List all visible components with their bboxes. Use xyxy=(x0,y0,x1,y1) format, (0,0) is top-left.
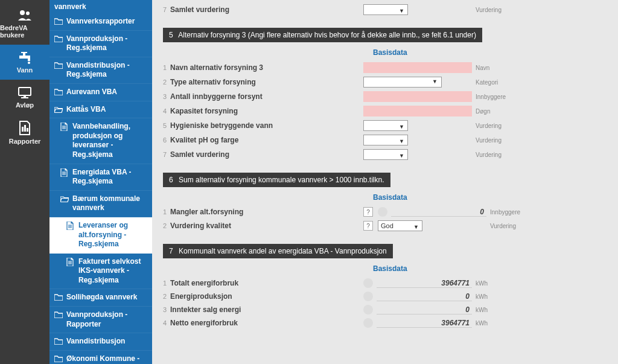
section-5-basis: Basisdata xyxy=(373,48,605,57)
vurdering-select[interactable] xyxy=(363,120,408,131)
sidebar-item-label: Vanndistribusjon - Reg.skjema xyxy=(66,61,147,80)
row-num: 3 xyxy=(163,306,170,313)
sidebar-item-6[interactable]: Energidata VBA - Reg.skjema xyxy=(49,164,152,191)
sec5-row-4: 5Hygieniske betryggende vannVurdering xyxy=(163,118,605,133)
svg-rect-7 xyxy=(19,88,31,95)
iconbar-item-1[interactable]: Vann xyxy=(0,45,49,80)
row-label: Samlet vurdering xyxy=(170,5,363,14)
row-unit: Vurdering xyxy=(490,223,516,229)
svg-rect-12 xyxy=(27,128,28,132)
row-num: 1 xyxy=(163,208,170,216)
value-text: 3964771 xyxy=(377,279,472,288)
row-unit: Vurdering xyxy=(476,152,502,158)
sidebar-item-13[interactable]: Økonomi Kommune - Reg.skjema xyxy=(49,351,152,364)
folder-icon xyxy=(54,293,63,301)
row-label: Mangler alt.forsyning xyxy=(170,208,363,216)
iconbar-label: Rapporter xyxy=(9,138,41,145)
iconbar-label: BedreVA brukere xyxy=(0,24,49,39)
sidebar-item-3[interactable]: Aurevann VBA xyxy=(49,84,152,101)
sec5-row-6: 7Samlet vurderingVurdering xyxy=(163,147,605,162)
sec7-row-3: 4Netto energiforbruk3964771kWh xyxy=(163,316,605,330)
row-unit: Vurdering xyxy=(476,7,502,13)
folder-icon xyxy=(54,35,63,42)
row-label: Samlet vurdering xyxy=(170,150,363,159)
folder-icon xyxy=(54,62,63,69)
monitor-icon xyxy=(17,86,33,99)
text-input[interactable] xyxy=(363,62,472,73)
sidebar-item-label: Vanndistribusjon xyxy=(66,337,125,346)
svg-rect-4 xyxy=(21,52,27,53)
svg-rect-8 xyxy=(24,95,26,97)
row-num: 2 xyxy=(163,293,170,300)
sidebar-item-12[interactable]: Vanndistribusjon xyxy=(49,333,152,351)
sidebar-item-label: Vannproduksjon - Rapporter xyxy=(66,310,147,329)
row-label: Energiproduksjon xyxy=(170,292,363,301)
sidebar-item-2[interactable]: Vanndistribusjon - Reg.skjema xyxy=(49,57,152,84)
row-label: Type alternativ forsyning xyxy=(170,78,363,86)
row-unit: Vurdering xyxy=(476,123,502,129)
file-icon xyxy=(66,222,75,230)
iconbar-label: Avløp xyxy=(16,101,34,109)
text-input[interactable] xyxy=(363,106,472,117)
sec7-row-1: 2Energiproduksjon0kWh xyxy=(163,290,605,303)
sidebar-item-5[interactable]: Vannbehandling, produksjon og leveranser… xyxy=(49,118,152,164)
sec5-row-1: 2Type alternativ forsyningKategori xyxy=(163,75,605,89)
sidebar-item-1[interactable]: Vannproduksjon - Reg.skjema xyxy=(49,31,152,57)
text-input[interactable] xyxy=(363,91,472,102)
row-unit: kWh xyxy=(476,280,488,287)
help-icon[interactable]: ? xyxy=(363,221,373,231)
sidebar-item-label: Sollihøgda vannverk xyxy=(66,293,137,302)
sidebar-heading: vannverk xyxy=(49,0,152,13)
section-7-num: 7 xyxy=(169,247,173,255)
sidebar-item-11[interactable]: Vannproduksjon - Rapporter xyxy=(49,307,152,333)
row-label: Hygieniske betryggende vann xyxy=(170,121,363,130)
row-num: 4 xyxy=(163,319,170,327)
section-6-title: Sum alternativ forsyning kommunale vannv… xyxy=(179,176,384,184)
vurdering-select[interactable] xyxy=(363,149,408,160)
sidebar-item-label: Vannbehandling, produksjon og leveranser… xyxy=(72,122,147,159)
sec6-row-1: 2Vurdering kvalitet?GodVurdering xyxy=(163,219,605,233)
folder-icon xyxy=(54,88,63,95)
svg-rect-5 xyxy=(28,56,30,61)
section-7-header: 7 Kommunalt vannverk andel av energidata… xyxy=(163,244,393,258)
sidebar-item-10[interactable]: Sollihøgda vannverk xyxy=(49,289,152,307)
sidebar-item-7[interactable]: Bærum kommunale vannverk xyxy=(49,191,152,217)
sidebar-item-0[interactable]: Vannverksrapporter xyxy=(49,13,152,31)
help-icon[interactable]: ? xyxy=(363,207,373,217)
iconbar-item-3[interactable]: Rapporter xyxy=(0,115,49,151)
row-label: Vurdering kvalitet xyxy=(170,222,363,230)
value-text: 3964771 xyxy=(377,319,472,328)
iconbar-item-0[interactable]: BedreVA brukere xyxy=(0,2,49,45)
row-label: Kapasitet forsyning xyxy=(170,107,363,115)
folder-icon xyxy=(54,337,63,345)
iconbar: BedreVA brukereVannAvløpRapporter xyxy=(0,0,49,364)
file-icon xyxy=(60,168,69,177)
section-7-title: Kommunalt vannverk andel av energidata V… xyxy=(179,247,387,255)
row-unit: kWh xyxy=(476,307,488,313)
sidebar-item-9[interactable]: Fakturert selvkost IKS-vannverk - Reg.sk… xyxy=(49,254,152,290)
vurdering-select[interactable] xyxy=(363,135,408,145)
iconbar-item-2[interactable]: Avløp xyxy=(0,80,49,115)
ghost-icon xyxy=(363,305,373,315)
section-5-title: Alternativ forsyning 3 (Angi flere alter… xyxy=(178,31,476,39)
svg-rect-2 xyxy=(19,56,28,59)
file-icon xyxy=(66,258,75,266)
row-unit: kWh xyxy=(476,320,488,327)
sidebar-item-label: Vannverksrapporter xyxy=(66,17,135,27)
section-6-basis: Basisdata xyxy=(373,193,605,202)
sidebar-item-label: Leveranser og alt.forsyning - Reg.skjema xyxy=(78,221,147,249)
file-icon xyxy=(60,123,69,131)
sec6-row-0: 1Mangler alt.forsyning?0Innbyggere xyxy=(163,205,605,219)
vurdering-select[interactable] xyxy=(363,4,408,15)
sidebar-item-8[interactable]: Leveranser og alt.forsyning - Reg.skjema xyxy=(49,217,152,254)
svg-rect-10 xyxy=(22,127,24,132)
folder-icon xyxy=(54,355,63,362)
row-unit: Innbyggere xyxy=(476,94,506,100)
sec5-row-3: 4Kapasitet forsyningDøgn xyxy=(163,104,605,118)
section-6-header: 6 Sum alternativ forsyning kommunale van… xyxy=(163,173,390,187)
sidebar-item-4[interactable]: Kattås VBA xyxy=(49,101,152,119)
row-num: 3 xyxy=(163,93,170,100)
kvalitet-select[interactable]: God xyxy=(378,220,422,231)
type-select[interactable] xyxy=(363,77,442,88)
sidebar-item-label: Aurevann VBA xyxy=(66,88,117,97)
